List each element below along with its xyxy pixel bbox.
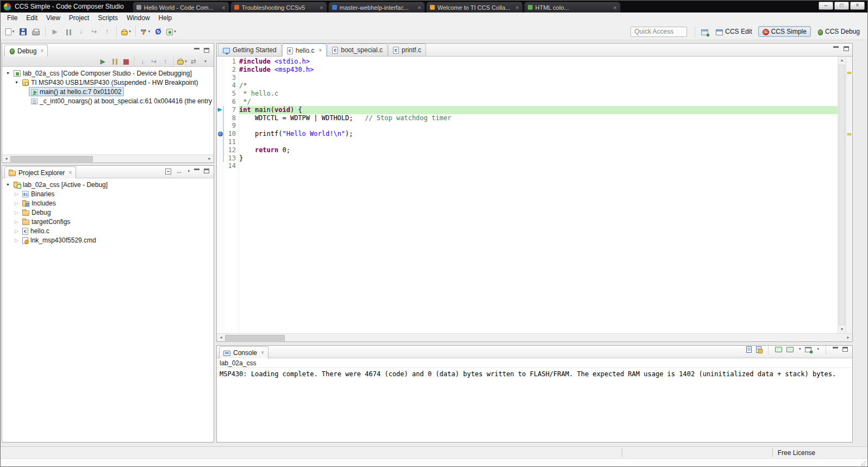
code-editor[interactable]: #include <stdio.h>#include <msp430.h>/* … [239,57,838,333]
tree-expander-icon[interactable]: ▷ [13,238,20,243]
debug-tree-row[interactable]: main() at hello.c:7 0x011002 [2,87,214,96]
terminate-button[interactable] [120,57,131,66]
window-maximize-button[interactable]: □ [834,2,849,10]
tab-close-icon[interactable]: × [68,170,72,176]
console-tab[interactable]: Console × [219,346,268,358]
step-into-button[interactable]: ↓ [75,26,87,38]
save-button[interactable] [17,26,29,38]
step-return-button[interactable]: ↑ [160,57,171,66]
dropdown-icon[interactable]: ▾ [185,59,187,64]
step-into-button[interactable]: ↓ [137,57,148,66]
tab-close-icon[interactable]: × [40,48,43,54]
dropdown-icon[interactable]: ▾ [817,347,819,351]
open-console-button[interactable] [805,347,811,352]
menu-file[interactable]: File [3,13,22,23]
project-tree-item[interactable]: hello.c [20,226,52,235]
editor-vertical-scrollbar[interactable]: ▴ ▾ [838,57,846,333]
minimize-view-button[interactable] [833,46,839,51]
scroll-right-button[interactable]: ▸ [205,155,214,163]
scroll-right-button[interactable]: ▸ [844,334,852,341]
project-tree-item[interactable]: lab_02a_css [Active - Debug] [11,180,110,189]
project-tree-item[interactable]: Debug [20,208,53,217]
code-line[interactable]: /* [239,82,838,90]
minimize-view-button[interactable] [194,48,199,53]
project-explorer-tab[interactable]: Project Explorer × [4,166,76,178]
new-button[interactable]: ▾ [4,26,16,38]
tree-expander-icon[interactable]: ▷ [13,228,20,234]
dropdown-icon[interactable]: ▾ [129,29,131,34]
browser-tab-troubleshooting-ccsv5[interactable]: Troubleshooting CCSv5× [230,2,327,13]
dropdown-icon[interactable]: ▾ [799,347,801,351]
maximize-view-button[interactable] [844,46,849,51]
tab-close-icon[interactable]: × [613,4,616,11]
debug-horizontal-scrollbar[interactable]: ◂ ▸ [2,154,214,163]
editor-tab-getting-started[interactable]: Getting Started [218,43,282,56]
window-close-button[interactable]: × [850,2,865,10]
debug-tree-row[interactable]: _c_int00_noargs() at boot_special.c:61 0… [2,96,214,105]
maximize-view-button[interactable] [204,169,209,173]
tab-close-icon[interactable]: × [261,350,264,356]
perspective-ccs-edit[interactable]: CCS Edit [711,26,756,37]
project-tree-row[interactable]: ▷Binaries [2,189,214,198]
perspective-ccs-debug[interactable]: CCS Debug [813,26,864,37]
scrollbar-thumb[interactable] [10,156,93,162]
editor-tab-boot-special-c[interactable]: boot_special.c [327,43,388,56]
debug-tree-item[interactable]: TI MSP430 USB1/MSP430 (Suspended - HW Br… [20,78,200,87]
resume-button[interactable]: ▶ [49,26,61,38]
project-tree-row[interactable]: ▷hello.c [2,226,214,235]
flash-button[interactable]: ▾ [120,26,132,38]
resume-button[interactable]: ▶ [97,57,108,66]
project-tree-row[interactable]: ▷targetConfigs [2,217,214,226]
scroll-up-button[interactable]: ▴ [838,57,846,64]
tree-expander-icon[interactable]: ▷ [13,191,20,197]
collapse-all-button[interactable] [165,169,171,175]
overview-mark[interactable] [847,133,851,135]
scroll-left-button[interactable]: ◂ [217,334,225,341]
suspend-button[interactable] [62,26,74,38]
code-line[interactable]: #include <stdio.h> [239,58,838,66]
quick-access-input[interactable]: Quick Access [630,27,687,37]
dropdown-icon[interactable]: ▾ [174,29,176,34]
debug-tree-item[interactable]: _c_int00_noargs() at boot_special.c:61 0… [29,96,214,105]
code-line[interactable] [239,138,838,146]
scrollbar-thumb[interactable] [839,65,845,325]
code-line[interactable]: */ [239,98,838,106]
minimize-view-button[interactable] [194,169,199,173]
browser-tab-html-colo[interactable]: HTML colo...× [524,2,621,13]
code-line[interactable]: WDTCTL = WDTPW | WDTHOLD; // Stop watchd… [239,114,838,122]
debug-view-tab[interactable]: Debug × [4,45,48,57]
code-line[interactable]: #include <msp430.h> [239,66,838,74]
scroll-left-button[interactable]: ◂ [2,155,10,163]
tree-expander-icon[interactable]: ▾ [4,182,11,187]
halt-button[interactable]: Ø [152,26,164,38]
menu-help[interactable]: Help [154,13,177,23]
show-console-button[interactable] [775,347,782,352]
step-over-button[interactable]: ↪ [88,26,100,38]
display-selected-console-button[interactable] [786,347,794,352]
overview-mark[interactable] [847,72,851,74]
view-menu-button[interactable]: ▾ [199,57,210,66]
project-tree-row[interactable]: ▾lab_02a_css [Active - Debug] [2,180,214,189]
code-line[interactable]: int main(void) { [239,106,838,114]
suspend-button[interactable] [109,57,120,66]
scroll-down-button[interactable]: ▾ [838,326,846,333]
console-output[interactable]: MSP430: Loading complete. There were 467… [217,368,852,381]
tab-close-icon[interactable]: × [417,4,421,11]
view-menu-button[interactable]: ▾ [188,169,190,173]
browser-tab-welcome-to-ti-ccs-colla[interactable]: Welcome to TI CCS Colla...× [426,2,523,13]
link-with-editor-button[interactable]: ↔ [176,168,182,175]
menu-edit[interactable]: Edit [22,13,42,23]
open-perspective-button[interactable] [698,26,710,38]
tree-expander-icon[interactable]: ▷ [13,219,20,225]
browser-tab-master-webhelp-interfac[interactable]: master-webhelp-interfac...× [328,2,425,13]
editor-tab-hello-c[interactable]: hello.c× [282,43,327,57]
code-line[interactable] [239,122,838,130]
project-tree-row[interactable]: ▷Debug [2,208,214,217]
pin-console-button[interactable] [756,346,761,353]
code-line[interactable]: printf("Hello World!\n"); [239,130,838,138]
menu-window[interactable]: Window [122,13,154,23]
resize-grip[interactable] [860,460,866,466]
debug-tree-item[interactable]: main() at hello.c:7 0x011002 [29,87,124,96]
tab-close-icon[interactable]: × [515,4,519,11]
connect-target-button[interactable]: ⇄ [188,57,199,66]
